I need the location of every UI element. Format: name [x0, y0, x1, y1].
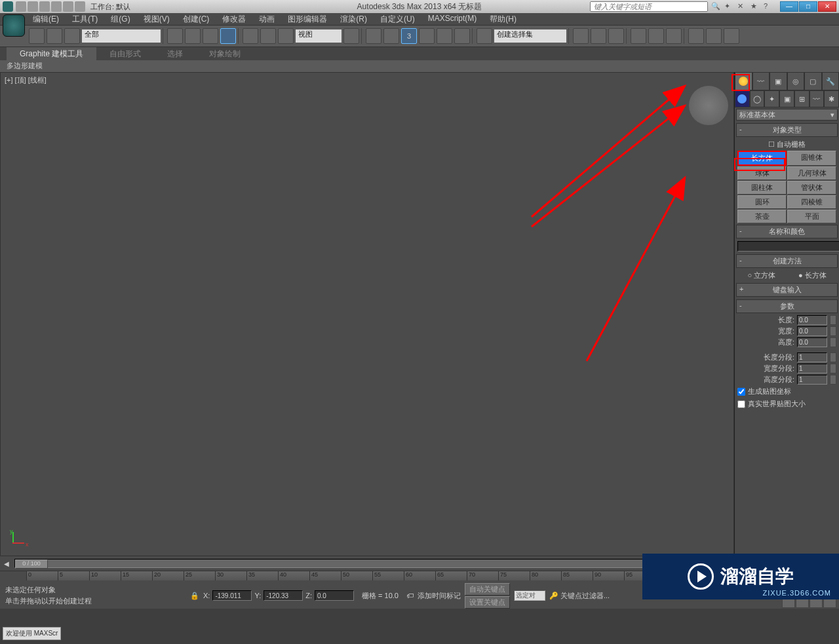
geosphere-button[interactable]: 几何球体: [787, 166, 836, 180]
key-filters-button[interactable]: 🔑 关键点过滤器...: [549, 591, 610, 601]
add-time-tag[interactable]: 添加时间标记: [418, 591, 461, 601]
render-icon[interactable]: [724, 28, 739, 44]
spinner-arrows[interactable]: [830, 326, 836, 336]
modify-tab[interactable]: 〰: [752, 72, 770, 90]
real-world-checkbox[interactable]: [737, 400, 745, 408]
box-button[interactable]: 长方体: [737, 151, 787, 166]
auto-key-button[interactable]: 自动关键点: [465, 583, 510, 596]
menu-grapheditors[interactable]: 图形编辑器: [281, 13, 334, 25]
spinner-arrows[interactable]: [830, 337, 836, 347]
close-button[interactable]: ✕: [818, 1, 836, 12]
ribbon-panel-polymodel[interactable]: 多边形建模: [0, 60, 839, 72]
spinner-arrows[interactable]: [830, 352, 836, 362]
sphere-button[interactable]: 球体: [737, 166, 787, 180]
display-tab[interactable]: ▢: [804, 72, 822, 90]
timeline-prev-icon[interactable]: ◀: [4, 560, 9, 567]
move-icon[interactable]: [243, 28, 258, 44]
maxscript-listener[interactable]: 欢迎使用 MAXScr: [3, 627, 61, 640]
set-key-button[interactable]: 设置关键点: [465, 596, 510, 609]
viewport-label[interactable]: [+] [顶] [线框]: [5, 75, 47, 85]
material-editor-icon[interactable]: [666, 28, 682, 44]
menu-edit[interactable]: 编辑(E): [26, 13, 66, 25]
cone-button[interactable]: 圆锥体: [787, 151, 836, 166]
menu-rendering[interactable]: 渲染(R): [334, 13, 374, 25]
named-selection-edit-icon[interactable]: [477, 28, 492, 44]
pivot-icon[interactable]: [343, 28, 359, 44]
spinner-arrows[interactable]: [830, 315, 836, 325]
torus-button[interactable]: 圆环: [737, 195, 787, 209]
menu-create[interactable]: 创建(C): [176, 13, 216, 25]
x-coord[interactable]: -139.011: [212, 590, 252, 601]
spinner-arrows[interactable]: [830, 364, 836, 373]
cube-radio[interactable]: ○ 立方体: [747, 271, 775, 280]
application-button[interactable]: [3, 14, 25, 37]
scale-icon[interactable]: [278, 28, 294, 44]
wseg-spinner[interactable]: 1: [797, 364, 827, 373]
time-tag-icon[interactable]: 🏷: [406, 592, 414, 599]
select-by-name-icon[interactable]: [185, 28, 201, 44]
open-icon[interactable]: [28, 1, 38, 12]
unlink-icon[interactable]: [47, 28, 62, 44]
autogrid-checkbox[interactable]: ☐ 自动栅格: [735, 138, 839, 151]
align-icon[interactable]: [591, 28, 606, 44]
rollout-keyboard-entry[interactable]: +键盘输入: [736, 283, 838, 297]
pyramid-button[interactable]: 四棱锥: [787, 195, 836, 209]
maximize-button[interactable]: □: [799, 1, 817, 12]
curve-editor-icon[interactable]: [631, 28, 646, 44]
spinner-arrows[interactable]: [830, 375, 836, 385]
helpers-category[interactable]: ⊞: [794, 90, 810, 107]
lseg-spinner[interactable]: 1: [797, 352, 827, 362]
object-name-input[interactable]: [737, 241, 839, 252]
rotate-icon[interactable]: [260, 28, 276, 44]
window-crossing-icon[interactable]: [220, 28, 236, 44]
plane-button[interactable]: 平面: [787, 210, 836, 223]
new-icon[interactable]: [16, 1, 26, 12]
keyboard-shortcut-icon[interactable]: [383, 28, 399, 44]
active-viewport[interactable]: [+] [顶] [线框] yx: [1, 73, 733, 556]
ref-coord-dropdown[interactable]: 视图: [296, 29, 341, 43]
create-tab[interactable]: [735, 72, 752, 90]
schematic-view-icon[interactable]: [648, 28, 664, 44]
manipulate-icon[interactable]: [366, 28, 381, 44]
cameras-category[interactable]: ▣: [779, 90, 794, 107]
percent-snap-icon[interactable]: [437, 28, 452, 44]
y-coord[interactable]: -120.33: [263, 590, 303, 601]
rollout-object-type[interactable]: -对象类型: [736, 123, 838, 137]
infocenter-search[interactable]: [590, 1, 708, 12]
undo-icon[interactable]: [51, 1, 62, 12]
gen-mapping-checkbox[interactable]: [737, 388, 745, 396]
geometry-type-dropdown[interactable]: 标准基本体▾: [736, 109, 838, 121]
ribbon-tab-objectpaint[interactable]: 对象绘制: [196, 47, 254, 60]
redo-icon[interactable]: [63, 1, 73, 12]
search-input[interactable]: [590, 1, 708, 12]
ribbon-tab-graphite[interactable]: Graphite 建模工具: [7, 47, 96, 60]
menu-tools[interactable]: 工具(T): [66, 13, 104, 25]
menu-views[interactable]: 视图(V): [137, 13, 176, 25]
named-selection-dropdown[interactable]: 创建选择集: [494, 29, 566, 43]
exchange-icon[interactable]: ✕: [737, 2, 747, 11]
menu-help[interactable]: 帮助(H): [483, 13, 523, 25]
shapes-category[interactable]: ◯: [750, 90, 765, 107]
layers-icon[interactable]: [608, 28, 624, 44]
hseg-spinner[interactable]: 1: [797, 375, 827, 385]
render-setup-icon[interactable]: [688, 28, 704, 44]
length-spinner[interactable]: 0.0: [797, 315, 827, 325]
height-spinner[interactable]: 0.0: [797, 337, 827, 347]
utilities-tab[interactable]: 🔧: [822, 72, 840, 90]
geometry-category[interactable]: [735, 90, 750, 107]
app-menu-button[interactable]: [3, 1, 13, 12]
cylinder-button[interactable]: 圆柱体: [737, 181, 787, 195]
rollout-create-method[interactable]: -创建方法: [736, 254, 838, 268]
hierarchy-tab[interactable]: ▣: [770, 72, 787, 90]
project-icon[interactable]: [75, 1, 85, 12]
save-icon[interactable]: [39, 1, 50, 12]
selection-filter-dropdown[interactable]: 全部: [82, 29, 161, 43]
mirror-icon[interactable]: [573, 28, 589, 44]
bind-spacewarp-icon[interactable]: [64, 28, 80, 44]
motion-tab[interactable]: ◎: [787, 72, 805, 90]
menu-modifiers[interactable]: 修改器: [216, 13, 252, 25]
time-slider-handle[interactable]: 0 / 100: [15, 559, 48, 569]
rendered-frame-icon[interactable]: [706, 28, 722, 44]
lights-category[interactable]: ✦: [764, 90, 779, 107]
tube-button[interactable]: 管状体: [787, 181, 836, 195]
